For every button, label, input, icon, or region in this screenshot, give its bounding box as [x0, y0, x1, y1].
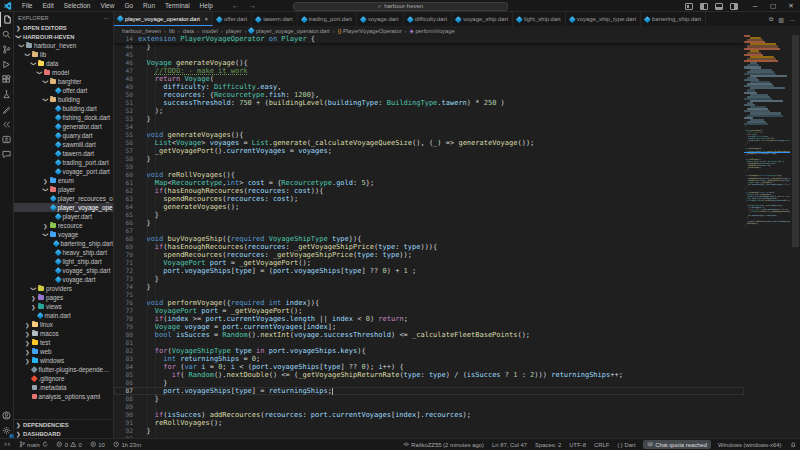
command-search-input[interactable]: ⌕ harbour-heven: [293, 2, 508, 11]
tree-item-building.dart[interactable]: building.dart: [14, 104, 113, 113]
tree-item-model[interactable]: ❯model: [14, 68, 113, 77]
tree-item-voyage_ship.dart[interactable]: voyage_ship.dart: [14, 266, 113, 275]
breadcrumb-item[interactable]: harbour_heven: [122, 28, 161, 34]
status-language-mode[interactable]: { }Dart: [613, 439, 639, 450]
tab-voyage_ship.dart[interactable]: voyage_ship.dart: [452, 12, 513, 26]
code-line-75[interactable]: 75: [114, 291, 744, 299]
breadcrumb-item[interactable]: data: [183, 28, 194, 34]
toggle-sidebar-icon[interactable]: [700, 3, 708, 10]
code-line-87[interactable]: 87 port.voyageShips[type] = returningShi…: [114, 387, 744, 395]
code-editor[interactable]: 44 }4546 Voyage generateVoyage(){47 //TO…: [114, 43, 744, 438]
code-line-65[interactable]: 65 }: [114, 211, 744, 219]
menu-selection[interactable]: Selection: [59, 2, 96, 9]
tree-item-heavy_ship.dart[interactable]: heavy_ship.dart: [14, 248, 113, 257]
tab-tawern.dart[interactable]: tawern.dart: [252, 12, 297, 26]
tree-item-views[interactable]: ❯views: [14, 302, 113, 311]
code-line-45[interactable]: 45: [114, 51, 744, 59]
run-and-debug-icon[interactable]: [0, 57, 14, 72]
more-editor-actions-icon[interactable]: ⋯: [789, 16, 795, 23]
code-line-90[interactable]: 90 if(isSucces) addRecources(recources: …: [114, 411, 744, 419]
tab-voyage_ship_type.dart[interactable]: voyage_ship_type.dart: [566, 12, 641, 26]
extensions-icon[interactable]: [0, 72, 14, 87]
status-indentation[interactable]: Spaces: 2: [531, 439, 565, 450]
tree-item-fishing_dock.dart[interactable]: fishing_dock.dart: [14, 113, 113, 122]
breadcrumb-item[interactable]: player_voyage_operator.dart: [249, 28, 329, 34]
status-chat-quota[interactable]: Chat quota reached: [643, 440, 711, 449]
tree-item-light_ship.dart[interactable]: light_ship.dart: [14, 257, 113, 266]
code-line-59[interactable]: 59: [114, 163, 744, 171]
dependencies-section[interactable]: ❯DEPENDENCIES: [14, 420, 113, 429]
code-line-55[interactable]: 55 void generateVoyages(){: [114, 131, 744, 139]
tree-item-recource[interactable]: ❯recource: [14, 221, 113, 230]
explorer-icon[interactable]: [0, 12, 14, 27]
code-line-76[interactable]: 76 void performVoyage({required int inde…: [114, 299, 744, 307]
tree-item-quarry.dart[interactable]: quarry.dart: [14, 131, 113, 140]
status-git-blame[interactable]: RalikoZZ55 (2 minutes ago): [399, 439, 488, 450]
tab-offer.dart[interactable]: offer.dart: [213, 12, 252, 26]
code-line-80[interactable]: 80 bool isSucces = Random().nextInt(voya…: [114, 331, 744, 339]
close-tab-icon[interactable]: ×: [205, 16, 209, 22]
tree-item-generator.dart[interactable]: generator.dart: [14, 122, 113, 131]
code-line-66[interactable]: 66 }: [114, 219, 744, 227]
tree-item-main.dart[interactable]: main.dart: [14, 311, 113, 320]
tree-item-voyage.dart[interactable]: voyage.dart: [14, 275, 113, 284]
code-line-72[interactable]: 72 port.voyageShips[type] = (port.voyage…: [114, 267, 744, 275]
tree-item-flutter-plugins-depende[interactable]: flutter-plugins-depende…: [14, 365, 113, 374]
tree-item-test[interactable]: ❯test: [14, 338, 113, 347]
code-line-78[interactable]: 78 if(index >= port.currentVoyages.lengt…: [114, 315, 744, 323]
code-line-70[interactable]: 70 spendRecources(recources: _getVoyageS…: [114, 251, 744, 259]
status-eol[interactable]: CRLF: [590, 439, 613, 450]
tree-item-trading_port.dart[interactable]: trading_port.dart: [14, 158, 113, 167]
minimap[interactable]: } Voyage generateVoyage(){ //TODO: - mak…: [744, 35, 790, 265]
tree-item-harbour_heven[interactable]: ❯harbour_heven: [14, 41, 113, 50]
code-line-89[interactable]: 89: [114, 403, 744, 411]
code-line-84[interactable]: 84 for (var i = 0; i < (port.voyageShips…: [114, 363, 744, 371]
tree-item-data[interactable]: ❯data: [14, 59, 113, 68]
status-cursor-position[interactable]: Ln 87, Col 47: [488, 439, 531, 450]
breadcrumb-item[interactable]: lib: [169, 28, 175, 34]
status-platform[interactable]: Windows (windows-x64): [714, 439, 786, 450]
dashboard-section[interactable]: ❯DASHBOARD: [14, 429, 113, 438]
todo-counter-item[interactable]: 10: [86, 439, 109, 450]
code-line-61[interactable]: 61 Map<Recourcetype,int> cost = {Recourc…: [114, 179, 744, 187]
toggle-secondary-sidebar-icon[interactable]: [730, 3, 738, 10]
code-line-64[interactable]: 64 generateVoyages();: [114, 203, 744, 211]
project-root-section[interactable]: ❯HARBOUR-HEVEN: [14, 32, 113, 41]
menu-edit[interactable]: Edit: [37, 2, 58, 9]
chevrons-icon[interactable]: [0, 117, 14, 132]
code-line-92[interactable]: 92 }: [114, 427, 744, 435]
code-line-83[interactable]: 83 int returningShips = 0;: [114, 355, 744, 363]
tree-item-player_recources_o[interactable]: player_recources_o…: [14, 194, 113, 203]
menu-view[interactable]: View: [95, 2, 119, 9]
status-encoding[interactable]: UTF-8: [565, 439, 590, 450]
code-line-57[interactable]: 57 _getVoyagePort().currentVoyages = voy…: [114, 147, 744, 155]
breadcrumb-item[interactable]: player: [226, 28, 242, 34]
code-line-74[interactable]: 74 }: [114, 283, 744, 291]
code-line-44[interactable]: 44 }: [114, 43, 744, 51]
settings-gear-icon[interactable]: 1: [0, 423, 14, 438]
split-editor-icon[interactable]: ⧉: [769, 16, 773, 23]
remote-indicator[interactable]: [0, 439, 15, 450]
status-notifications[interactable]: [786, 439, 800, 450]
code-line-51[interactable]: 51 successThreshold: 750 + (buildingLeve…: [114, 99, 744, 107]
code-line-86[interactable]: 86 }: [114, 379, 744, 387]
code-line-67[interactable]: 67: [114, 227, 744, 235]
source-control-icon[interactable]: [0, 42, 14, 57]
code-line-56[interactable]: 56 List<Voyage> voyages = List.generate(…: [114, 139, 744, 147]
breadcrumb-item[interactable]: {} PlayerVoyageOperator: [338, 28, 402, 34]
vertical-scrollbar[interactable]: [792, 35, 799, 247]
edit-tool-icon[interactable]: [0, 102, 14, 117]
menu-file[interactable]: File: [17, 2, 37, 9]
code-line-81[interactable]: 81: [114, 339, 744, 347]
minimize-button[interactable]: ─: [746, 0, 764, 12]
tab-light_ship.dart[interactable]: light_ship.dart: [513, 12, 566, 26]
tab-difficulty.dart[interactable]: difficulty.dart: [404, 12, 453, 26]
breadcrumb-item[interactable]: model: [202, 28, 218, 34]
code-line-47[interactable]: 47 //TODO: - make it work: [114, 67, 744, 75]
tree-item-bartering_ship.dart[interactable]: bartering_ship.dart: [14, 239, 113, 248]
code-line-63[interactable]: 63 spendRecources(recources: cost);: [114, 195, 744, 203]
code-line-85[interactable]: 85 if( Random().nextDouble() <= (_getVoy…: [114, 371, 744, 379]
tree-item-lib[interactable]: ❯lib: [14, 50, 113, 59]
tree-item-sawmill.dart[interactable]: sawmill.dart: [14, 140, 113, 149]
code-line-82[interactable]: 82 for(VoyageShipType type in port.voyag…: [114, 347, 744, 355]
